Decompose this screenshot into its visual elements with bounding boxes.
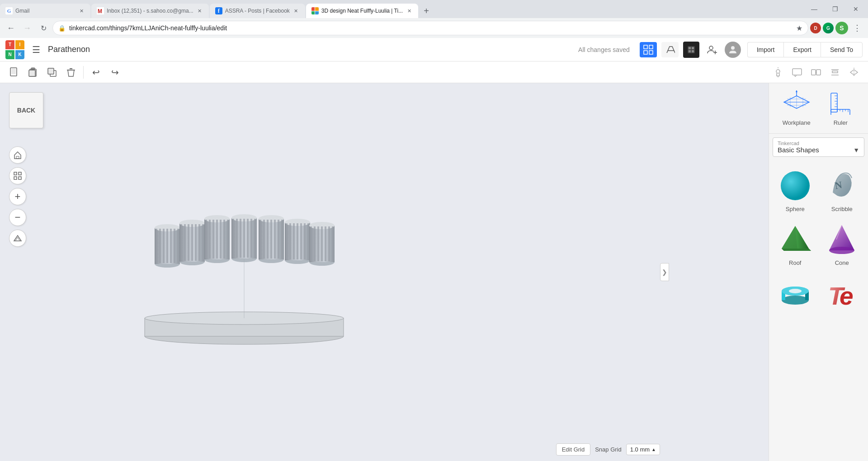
tab-facebook[interactable]: f ASSRA - Posts | Facebook ✕	[210, 4, 305, 18]
hamburger-menu-button[interactable]: ☰	[29, 42, 43, 57]
grid-view-button[interactable]	[640, 42, 657, 57]
minimize-button[interactable]: —	[804, 2, 825, 16]
mirror-button[interactable]	[845, 64, 863, 81]
shapes-dropdown[interactable]: Tinkercad Basic Shapes ▼	[773, 137, 864, 157]
svg-rect-69	[212, 220, 214, 259]
zoom-in-button[interactable]: +	[9, 188, 26, 205]
browser-chrome: G Gmail ✕ M Inbox (12,351) - s.sahoo.co@…	[0, 0, 868, 38]
align-button[interactable]	[826, 64, 844, 81]
perspective-button[interactable]	[9, 230, 26, 247]
dark-panel-button[interactable]	[683, 42, 699, 58]
svg-rect-3	[649, 45, 653, 49]
svg-rect-71	[220, 220, 222, 259]
build-view-button[interactable]	[661, 42, 679, 57]
workplane-ruler-row: Workplane	[769, 83, 868, 134]
cone-shape-item[interactable]: Cone	[820, 218, 865, 270]
sphere-shape-item[interactable]: Sphere	[773, 164, 818, 216]
group-icon	[811, 67, 821, 78]
comment-button[interactable]	[788, 64, 806, 81]
shapes-grid: Sphere N	[769, 160, 868, 319]
gmail-tab-title: Gmail	[15, 8, 75, 14]
svg-text:M: M	[98, 8, 102, 14]
svg-point-25	[776, 70, 780, 73]
profile-avatar[interactable]: S	[835, 22, 848, 34]
svg-rect-39	[14, 177, 17, 179]
svg-point-150	[789, 289, 802, 293]
tinkercad-logo[interactable]: T I N K	[5, 40, 24, 59]
top-bar: T I N K ☰ Parathenon All changes saved	[0, 38, 868, 61]
sphere-label: Sphere	[786, 206, 805, 212]
shapes-name: Basic Shapes	[778, 146, 819, 154]
tab-gmail[interactable]: G Gmail ✕	[0, 4, 90, 18]
address-bar[interactable]: 🔒 tinkercad.com/things/7kmLLJAniCh-neat-…	[52, 21, 808, 35]
svg-point-143	[829, 247, 854, 254]
svg-rect-78	[236, 219, 238, 258]
partial1-shape-item[interactable]	[773, 272, 818, 315]
svg-rect-63	[202, 224, 204, 261]
facebook-tab-close[interactable]: ✕	[292, 7, 300, 14]
svg-rect-29	[811, 70, 816, 75]
menu-button[interactable]: ⋮	[850, 21, 864, 35]
group-button[interactable]	[807, 64, 825, 81]
grammarly-extension-icon[interactable]: G	[823, 23, 834, 33]
gmail-tab-close[interactable]: ✕	[78, 7, 85, 14]
svg-rect-81	[247, 219, 249, 258]
svg-rect-51	[170, 229, 172, 263]
tab-tinkercad[interactable]: 3D design Neat Fulffy-Luulia | Ti... ✕	[306, 4, 418, 18]
scribble-shape-item[interactable]: N Scribble	[820, 164, 865, 216]
undo-button[interactable]: ↩	[87, 64, 104, 81]
send-to-button[interactable]: Send To	[821, 42, 863, 57]
svg-point-136	[781, 171, 810, 200]
home-view-button[interactable]	[9, 146, 26, 164]
workplane-button[interactable]: Workplane	[776, 90, 817, 126]
light-button[interactable]	[769, 64, 787, 81]
svg-rect-5	[649, 51, 653, 54]
svg-rect-93	[281, 220, 283, 259]
fit-view-button[interactable]	[9, 167, 26, 184]
svg-rect-79	[240, 219, 241, 258]
tinkercad-app: T I N K ☰ Parathenon All changes saved	[0, 38, 868, 461]
reload-button[interactable]: ↻	[36, 21, 51, 35]
add-user-button[interactable]	[704, 42, 720, 58]
address-text: tinkercad.com/things/7kmLLJAniCh-neat-fu…	[69, 24, 793, 32]
svg-rect-11	[692, 50, 694, 52]
back-button[interactable]: BACK	[9, 92, 43, 128]
svg-rect-91	[274, 220, 276, 259]
zoom-out-button[interactable]: −	[9, 209, 26, 226]
tab-inbox[interactable]: M Inbox (12,351) - s.sahoo.co@gma... ✕	[91, 4, 209, 18]
maximize-button[interactable]: ❐	[825, 2, 845, 16]
export-button[interactable]: Export	[783, 42, 820, 57]
user-avatar[interactable]	[725, 42, 741, 58]
back-nav-button[interactable]: ←	[4, 21, 18, 35]
import-button[interactable]: Import	[747, 42, 784, 57]
delete-button[interactable]	[62, 64, 80, 81]
partial2-shape-item[interactable]: T e	[820, 272, 865, 315]
svg-marker-141	[782, 249, 811, 251]
right-panel-buttons: Import Export Send To	[747, 42, 863, 57]
dark-icon	[687, 45, 696, 54]
roof-shape-item[interactable]: Roof	[773, 218, 818, 270]
new-button[interactable]	[5, 64, 23, 81]
paste-button[interactable]	[24, 64, 42, 81]
svg-marker-142	[829, 225, 854, 250]
snap-grid-arrow: ▲	[651, 447, 656, 452]
red-extension-icon[interactable]: D	[810, 23, 821, 33]
snap-grid-value[interactable]: 1.0 mm ▲	[626, 444, 660, 455]
tab-bar: G Gmail ✕ M Inbox (12,351) - s.sahoo.co@…	[0, 0, 868, 18]
paste-icon	[28, 67, 38, 78]
edit-grid-button[interactable]: Edit Grid	[556, 443, 591, 456]
collapse-panel-button[interactable]: ❯	[660, 263, 669, 281]
tinkercad-tab-close[interactable]: ✕	[406, 7, 413, 14]
svg-rect-100	[297, 223, 298, 259]
fit-icon	[13, 171, 22, 180]
new-tab-button[interactable]: +	[420, 5, 433, 17]
inbox-tab-close[interactable]: ✕	[196, 7, 203, 14]
forward-nav-button[interactable]: →	[20, 21, 34, 35]
left-controls: + −	[9, 146, 26, 247]
close-button[interactable]: ✕	[845, 2, 866, 16]
copy-button[interactable]	[43, 64, 61, 81]
redo-button[interactable]: ↪	[106, 64, 123, 81]
ruler-button[interactable]: Ruler	[821, 90, 861, 126]
canvas-area[interactable]: BACK + −	[0, 83, 769, 461]
bookmark-icon[interactable]: ★	[796, 24, 802, 33]
